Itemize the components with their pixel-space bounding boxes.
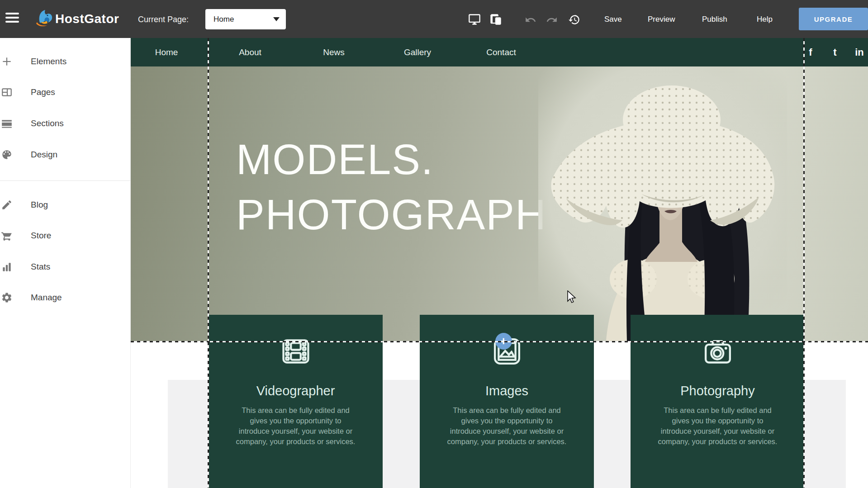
sidebar-item-label: Stats bbox=[31, 262, 50, 272]
hero-title-line1: MODELS. bbox=[236, 132, 576, 187]
site-nav-gallery[interactable]: Gallery bbox=[404, 38, 431, 66]
brand-name: HostGator bbox=[55, 12, 119, 26]
facebook-icon[interactable]: f bbox=[809, 38, 812, 66]
site-nav-home[interactable]: Home bbox=[155, 38, 178, 66]
page-select-value: Home bbox=[213, 15, 234, 24]
publish-button[interactable]: Publish bbox=[702, 15, 727, 24]
hamburger-menu-icon[interactable] bbox=[5, 13, 19, 24]
cart-icon bbox=[1, 230, 13, 242]
site-nav-bar: Home About News Gallery Contact f t in bbox=[131, 38, 868, 66]
card-title: Images bbox=[420, 384, 594, 398]
sidebar-item-label: Elements bbox=[31, 57, 66, 66]
help-button[interactable]: Help bbox=[757, 15, 773, 24]
mouse-cursor bbox=[567, 290, 577, 304]
card-description: This area can be fully edited and gives … bbox=[645, 405, 790, 447]
pages-icon bbox=[1, 86, 13, 98]
mobile-view-icon[interactable] bbox=[489, 13, 502, 26]
site-nav-news[interactable]: News bbox=[323, 38, 345, 66]
hero-section[interactable]: MODELS. PHOTOGRAPHY bbox=[131, 66, 868, 341]
sidebar-item-manage[interactable]: Manage bbox=[0, 289, 130, 307]
sidebar-item-design[interactable]: Design bbox=[0, 146, 130, 164]
card-description: This area can be fully edited and gives … bbox=[435, 405, 579, 447]
hero-title: MODELS. PHOTOGRAPHY bbox=[236, 132, 576, 242]
desktop-view-icon[interactable] bbox=[468, 13, 481, 26]
editor-sidebar: Elements Pages Sections Design Blog Stor… bbox=[0, 38, 131, 488]
linkedin-icon[interactable]: in bbox=[855, 38, 864, 66]
site-preview-canvas: Home About News Gallery Contact f t in M… bbox=[131, 38, 868, 488]
sidebar-item-label: Store bbox=[31, 231, 51, 241]
sidebar-item-pages[interactable]: Pages bbox=[0, 83, 130, 101]
card-title: Photography bbox=[631, 384, 805, 398]
sidebar-item-label: Manage bbox=[31, 293, 62, 303]
preview-button[interactable]: Preview bbox=[648, 15, 675, 24]
site-nav-about[interactable]: About bbox=[239, 38, 261, 66]
sidebar-item-blog[interactable]: Blog bbox=[0, 196, 130, 214]
sidebar-item-store[interactable]: Store bbox=[0, 227, 130, 245]
save-button[interactable]: Save bbox=[604, 15, 622, 24]
pencil-icon bbox=[1, 199, 13, 211]
undo-icon[interactable] bbox=[525, 14, 536, 26]
twitter-icon[interactable]: t bbox=[833, 38, 836, 66]
hostgator-logo-icon bbox=[33, 8, 54, 31]
page-select-dropdown[interactable]: Home bbox=[205, 9, 286, 29]
sidebar-item-elements[interactable]: Elements bbox=[0, 52, 130, 71]
bar-chart-icon bbox=[1, 261, 13, 273]
sidebar-divider bbox=[0, 180, 130, 181]
gear-icon bbox=[1, 292, 13, 303]
sidebar-item-sections[interactable]: Sections bbox=[0, 114, 130, 133]
sections-icon bbox=[1, 118, 13, 129]
chevron-down-icon bbox=[273, 17, 280, 21]
plus-icon bbox=[1, 56, 13, 67]
redo-icon[interactable] bbox=[546, 14, 558, 26]
selection-guide-right bbox=[803, 38, 805, 488]
sidebar-item-label: Pages bbox=[31, 87, 55, 97]
sidebar-item-label: Sections bbox=[31, 118, 64, 128]
selection-guide-bottom bbox=[131, 341, 868, 342]
hero-title-line2: PHOTOGRAPHY bbox=[236, 187, 576, 242]
card-description: This area can be fully edited and gives … bbox=[223, 405, 368, 447]
sidebar-item-stats[interactable]: Stats bbox=[0, 258, 130, 276]
upgrade-button[interactable]: UPGRADE bbox=[799, 8, 868, 30]
camera-icon bbox=[702, 336, 734, 367]
film-icon bbox=[280, 336, 312, 367]
palette-icon bbox=[1, 149, 13, 161]
editor-toolbar: HostGator Current Page: Home Save Previe… bbox=[0, 0, 868, 38]
site-nav-contact[interactable]: Contact bbox=[486, 38, 516, 66]
sidebar-item-label: Blog bbox=[31, 200, 48, 210]
sidebar-item-label: Design bbox=[31, 150, 57, 160]
history-icon[interactable] bbox=[568, 14, 580, 26]
current-page-label: Current Page: bbox=[138, 15, 189, 24]
card-title: Videographer bbox=[209, 384, 383, 398]
selection-guide-left bbox=[208, 38, 209, 488]
